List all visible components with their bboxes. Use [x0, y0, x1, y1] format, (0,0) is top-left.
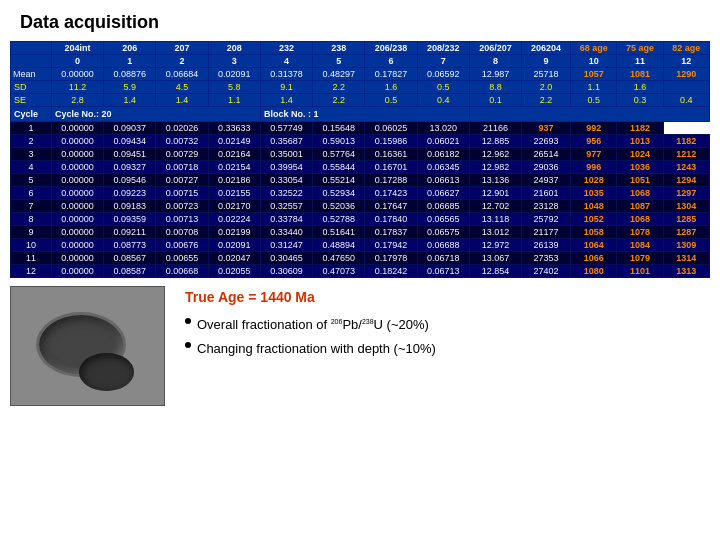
crater-ellipse [36, 312, 126, 377]
col-75-age: 75 age [617, 42, 663, 55]
num-3: 3 [208, 55, 260, 68]
mean-208232: 0.06592 [417, 68, 469, 81]
bullet-text-2: Changing fractionation with depth (~10%) [197, 338, 436, 360]
data-row-5: 50.000000.095460.007270.021860.330540.55… [11, 174, 710, 187]
sd-206207: 8.8 [469, 81, 521, 94]
cycle-label: Cycle [11, 107, 52, 122]
se-238: 2.2 [313, 94, 365, 107]
data-row-1: 10.000000.090370.020260.336330.577490.15… [11, 122, 710, 135]
col-208-232: 208/232 [417, 42, 469, 55]
mean-206207: 12.987 [469, 68, 521, 81]
sd-204: 11.2 [51, 81, 103, 94]
col-206-238: 206/238 [365, 42, 417, 55]
se-label: SE [11, 94, 52, 107]
data-row-11: 110.000000.085670.006550.020470.304650.4… [11, 252, 710, 265]
sd-label: SD [11, 81, 52, 94]
col-label [11, 42, 52, 55]
num-9: 9 [522, 55, 571, 68]
num-0: 0 [51, 55, 103, 68]
mean-row: Mean 0.00000 0.08876 0.06684 0.02091 0.3… [11, 68, 710, 81]
num-10: 10 [571, 55, 617, 68]
mean-238: 0.48297 [313, 68, 365, 81]
num-12: 12 [663, 55, 709, 68]
mean-207: 0.06684 [156, 68, 208, 81]
col-82-age: 82 age [663, 42, 709, 55]
col-208: 208 [208, 42, 260, 55]
se-row: SE 2.8 1.4 1.4 1.1 1.4 2.2 0.5 0.4 0.1 2… [11, 94, 710, 107]
num-6: 6 [365, 55, 417, 68]
mean-82age: 1290 [663, 68, 709, 81]
se-206: 1.4 [104, 94, 156, 107]
data-row-4: 40.000000.093270.007180.021540.399540.55… [11, 161, 710, 174]
data-row-2: 20.000000.094340.007320.021490.356870.59… [11, 135, 710, 148]
data-table: 204int 206 207 208 232 238 206/238 208/2… [10, 41, 710, 278]
mean-68age: 1057 [571, 68, 617, 81]
data-row-3: 30.000000.094510.007290.021640.350010.57… [11, 148, 710, 161]
crater-image [10, 286, 165, 406]
col-206204: 206204 [522, 42, 571, 55]
data-row-10: 100.000000.087730.006760.020910.312470.4… [11, 239, 710, 252]
se-206204: 2.2 [522, 94, 571, 107]
page-title: Data acquisition [0, 0, 720, 41]
bullet-text-1: Overall fractionation of 206Pb/238U (~20… [197, 314, 429, 336]
se-208232: 0.4 [417, 94, 469, 107]
col-207: 207 [156, 42, 208, 55]
mean-label: Mean [11, 68, 52, 81]
data-row-7: 70.000000.091830.007230.021700.325570.52… [11, 200, 710, 213]
num-8: 8 [469, 55, 521, 68]
num-blank [11, 55, 52, 68]
sd-75age: 1.6 [617, 81, 663, 94]
se-68age: 0.5 [571, 94, 617, 107]
mean-208: 0.02091 [208, 68, 260, 81]
se-82age: 0.4 [663, 94, 709, 107]
column-header-row: 204int 206 207 208 232 238 206/238 208/2… [11, 42, 710, 55]
bullet-dot-1 [185, 318, 191, 324]
col-numbers-row: 0 1 2 3 4 5 6 7 8 9 10 11 12 [11, 55, 710, 68]
mean-206: 0.08876 [104, 68, 156, 81]
crater-inner [79, 353, 134, 391]
mean-232: 0.31378 [260, 68, 312, 81]
sd-206204: 2.0 [522, 81, 571, 94]
num-7: 7 [417, 55, 469, 68]
sd-206: 5.9 [104, 81, 156, 94]
se-206238: 0.5 [365, 94, 417, 107]
cycle-header-row: Cycle Cycle No.: 20 Block No. : 1 [11, 107, 710, 122]
se-208: 1.1 [208, 94, 260, 107]
se-207: 1.4 [156, 94, 208, 107]
data-row-6: 60.000000.092230.007150.021550.325220.52… [11, 187, 710, 200]
mean-206204: 25718 [522, 68, 571, 81]
col-204int: 204int [51, 42, 103, 55]
se-75age: 0.3 [617, 94, 663, 107]
col-206: 206 [104, 42, 156, 55]
cycle-no: Cycle No.: 20 [51, 107, 260, 122]
data-row-8: 80.000000.093590.007130.022240.337840.52… [11, 213, 710, 226]
sd-row: SD 11.2 5.9 4.5 5.8 9.1 2.2 1.6 0.5 8.8 … [11, 81, 710, 94]
mean-75age: 1081 [617, 68, 663, 81]
num-11: 11 [617, 55, 663, 68]
true-age-label: True Age = 1440 Ma [185, 286, 436, 310]
bullet-item-1: Overall fractionation of 206Pb/238U (~20… [185, 314, 436, 336]
mean-206238: 0.17827 [365, 68, 417, 81]
col-68-age: 68 age [571, 42, 617, 55]
sd-208: 5.8 [208, 81, 260, 94]
sd-238: 2.2 [313, 81, 365, 94]
bullet-dot-2 [185, 342, 191, 348]
data-row-12: 120.000000.085870.006680.020550.306090.4… [11, 265, 710, 278]
num-1: 1 [104, 55, 156, 68]
se-206207: 0.1 [469, 94, 521, 107]
sd-208232: 0.5 [417, 81, 469, 94]
sd-206238: 1.6 [365, 81, 417, 94]
col-232: 232 [260, 42, 312, 55]
se-204: 2.8 [51, 94, 103, 107]
col-206-207: 206/207 [469, 42, 521, 55]
se-232: 1.4 [260, 94, 312, 107]
bullet-item-2: Changing fractionation with depth (~10%) [185, 338, 436, 360]
bottom-section: True Age = 1440 Ma Overall fractionation… [10, 286, 710, 406]
num-4: 4 [260, 55, 312, 68]
sd-232: 9.1 [260, 81, 312, 94]
info-text: True Age = 1440 Ma Overall fractionation… [185, 286, 436, 362]
data-row-9: 90.000000.092110.007080.021990.334400.51… [11, 226, 710, 239]
sd-207: 4.5 [156, 81, 208, 94]
num-5: 5 [313, 55, 365, 68]
col-238: 238 [313, 42, 365, 55]
